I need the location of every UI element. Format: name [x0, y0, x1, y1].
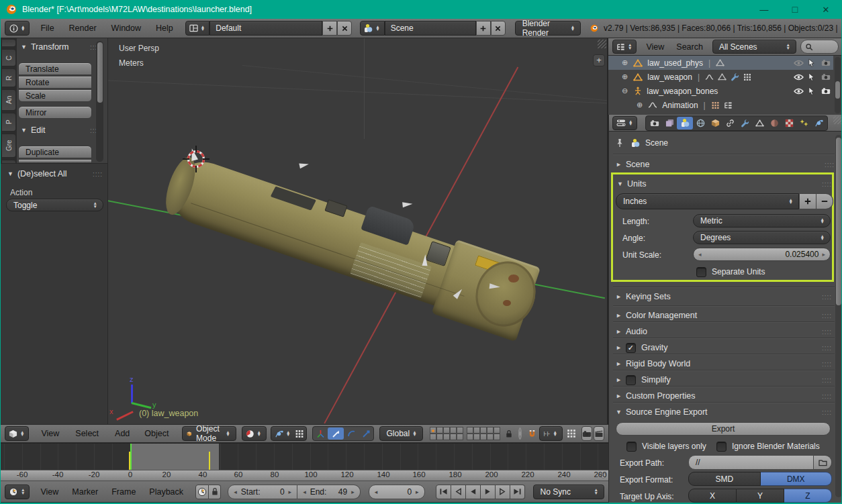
- scene-selector-icon-button[interactable]: ▲▼: [360, 21, 384, 36]
- panel-scene[interactable]: ► Scene ::::: [616, 158, 835, 171]
- simplify-checkbox[interactable]: [626, 375, 636, 385]
- layers-group-2[interactable]: [467, 427, 500, 440]
- timeline-editor-selector[interactable]: ▲▼: [5, 485, 30, 499]
- scene-name-field[interactable]: Scene: [385, 21, 476, 36]
- panel-collapse-arrow[interactable]: ▼: [7, 170, 13, 177]
- sync-mode-select[interactable]: No Sync ▲▼: [533, 485, 604, 499]
- tab-modifiers[interactable]: [737, 119, 752, 128]
- length-select[interactable]: Metric▲▼: [693, 214, 831, 228]
- scrollbar-thumb[interactable]: [836, 138, 841, 305]
- menu-timeline-view[interactable]: View: [40, 487, 58, 497]
- minimize-button[interactable]: —: [749, 0, 780, 19]
- translate-button[interactable]: Translate: [18, 62, 92, 75]
- tab-object-data[interactable]: [752, 119, 767, 127]
- proportional-edit-button[interactable]: [567, 429, 576, 438]
- current-frame-line[interactable]: [130, 444, 132, 470]
- layer-cell[interactable]: [430, 434, 436, 440]
- angle-select[interactable]: Degrees▲▼: [693, 231, 831, 244]
- scrollbar-thumb[interactable]: [97, 42, 103, 103]
- panel-rigid-body-world[interactable]: ►Rigid Body World::::: [616, 357, 832, 370]
- selectable-icon[interactable]: [808, 72, 815, 81]
- format-smd-button[interactable]: SMD: [688, 472, 761, 486]
- selectable-icon[interactable]: [808, 87, 815, 95]
- bone-marker[interactable]: [402, 201, 413, 208]
- layer-cell[interactable]: [457, 427, 463, 434]
- mirror-button[interactable]: Mirror: [18, 106, 92, 119]
- panel-grip[interactable]: ::::: [822, 181, 832, 188]
- menu-view3d-select[interactable]: Select: [75, 429, 99, 438]
- export-path-input[interactable]: //: [688, 455, 814, 470]
- outliner-row[interactable]: ⊖ law_weapon_bones: [608, 84, 833, 98]
- menu-render[interactable]: Render: [69, 23, 97, 33]
- tool-tab-partial[interactable]: [2, 39, 16, 47]
- layout-name-field[interactable]: Default: [209, 21, 322, 36]
- tool-shelf-scrollbar[interactable]: [96, 41, 103, 162]
- tab-particles[interactable]: [796, 119, 811, 128]
- menu-timeline-frame[interactable]: Frame: [111, 487, 136, 497]
- panel-collapse-arrow[interactable]: ▼: [21, 127, 27, 134]
- play-reverse-button[interactable]: [466, 485, 481, 499]
- menu-view3d-object[interactable]: Object: [144, 429, 169, 438]
- frame-start-field[interactable]: ◂ Start: 0 ▸: [228, 485, 297, 499]
- play-button[interactable]: [481, 485, 496, 499]
- menu-outliner-view[interactable]: View: [646, 42, 664, 52]
- scene-delete-button[interactable]: [491, 21, 506, 36]
- tab-object[interactable]: [708, 119, 722, 128]
- viewport-shading-select[interactable]: ▲▼: [242, 426, 267, 441]
- view3d-editor-selector[interactable]: ▲▼: [5, 426, 29, 441]
- stepper-right-icon[interactable]: ▸: [416, 489, 419, 495]
- properties-editor-selector[interactable]: ▲▼: [612, 116, 637, 130]
- render-engine-select[interactable]: Blender Render ▲▼: [515, 21, 581, 36]
- unit-scale-slider[interactable]: ◂ 0.025400 ▸: [693, 248, 831, 261]
- transform-orientation-select[interactable]: Global ▲▼: [379, 426, 422, 441]
- render-restrict-icon[interactable]: [821, 59, 831, 66]
- tab-texture[interactable]: [782, 119, 796, 128]
- stepper-left-icon[interactable]: ◂: [303, 489, 306, 495]
- axis-x-button[interactable]: X: [688, 489, 737, 503]
- layer-cell[interactable]: [487, 434, 494, 440]
- expand-icon[interactable]: ⊕: [622, 58, 628, 67]
- menu-timeline-marker[interactable]: Marker: [72, 487, 98, 497]
- cursor-3d[interactable]: [187, 150, 205, 168]
- object-name[interactable]: law_weapon_bones: [647, 87, 718, 96]
- selectable-icon[interactable]: [808, 58, 815, 67]
- panel-units[interactable]: ▼ Units ::::: [617, 177, 832, 191]
- layer-cell[interactable]: [473, 427, 480, 434]
- hide-icon[interactable]: [794, 88, 804, 95]
- manipulator-translate-button[interactable]: [328, 427, 344, 440]
- menu-timeline-playback[interactable]: Playback: [149, 487, 183, 497]
- expand-icon[interactable]: ⊕: [637, 101, 643, 109]
- format-dmx-button-selected[interactable]: DMX: [761, 472, 833, 486]
- breadcrumb-scene[interactable]: Scene: [645, 138, 668, 148]
- layer-cell[interactable]: [467, 427, 473, 434]
- scale-button[interactable]: Scale: [18, 89, 92, 102]
- frame-end-field[interactable]: ◂ End: 49 ▸: [297, 485, 361, 499]
- layer-cell[interactable]: [457, 434, 463, 440]
- render-visibility-icon[interactable]: [518, 427, 522, 440]
- panel-title-edit[interactable]: Edit: [31, 125, 46, 135]
- layer-cell[interactable]: [473, 434, 480, 440]
- layer-cell[interactable]: [443, 434, 450, 440]
- opengl-render-button[interactable]: [581, 426, 592, 441]
- info-editor-selector[interactable]: ▲▼: [5, 21, 30, 36]
- render-restrict-icon[interactable]: [821, 87, 831, 95]
- ignore-blender-materials-checkbox[interactable]: [716, 442, 727, 452]
- layout-selector-icon-button[interactable]: ▲▼: [185, 21, 209, 36]
- current-frame-field[interactable]: ◂ 0 ▸: [369, 485, 425, 499]
- tab-constraints[interactable]: [722, 119, 737, 128]
- layout-add-button[interactable]: [322, 21, 337, 36]
- stepper-right-icon[interactable]: ▸: [822, 251, 825, 258]
- panel-keying-sets[interactable]: ►Keying Sets::::: [616, 290, 832, 303]
- mode-select[interactable]: Object Mode ▲▼: [182, 426, 236, 441]
- tool-tab-r[interactable]: R: [2, 68, 16, 87]
- outliner-search-input[interactable]: [800, 40, 839, 54]
- timeline-track[interactable]: [1, 443, 608, 470]
- stepper-left-icon[interactable]: ◂: [375, 489, 378, 495]
- unit-preset-add-button[interactable]: [799, 193, 816, 209]
- expand-icon[interactable]: ⊕: [622, 72, 628, 81]
- viewport-3d[interactable]: User Persp Meters + z y x (0) law_weapon: [108, 38, 608, 424]
- tool-tab-an[interactable]: An: [2, 89, 16, 111]
- panel-source-engine-export[interactable]: ▼Source Engine Export::::: [616, 405, 832, 419]
- corner-grip[interactable]: [598, 40, 606, 48]
- tab-scene[interactable]: [677, 117, 693, 130]
